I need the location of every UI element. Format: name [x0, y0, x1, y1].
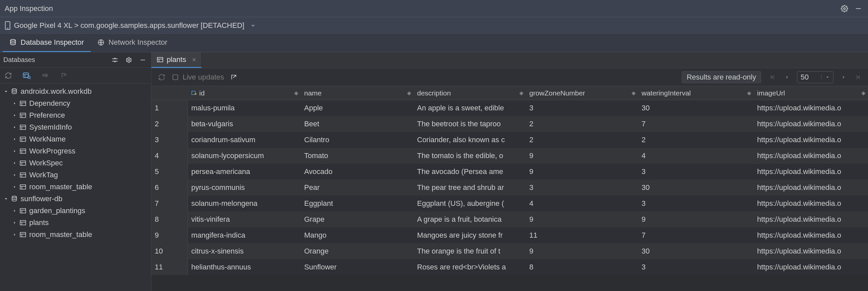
page-size-selector[interactable]: 50	[797, 71, 834, 83]
page-first-icon[interactable]	[768, 72, 778, 82]
table-row[interactable]: 3coriandrum-sativumCilantroCoriander, al…	[151, 132, 868, 148]
col-header-imageurl[interactable]: imageUrl◆	[754, 86, 868, 100]
cell-description[interactable]: Roses are red<br>Violets a	[414, 259, 526, 275]
cell-imageurl[interactable]: https://upload.wikimedia.o	[754, 148, 868, 164]
databases-tree[interactable]: androidx.work.workdb Dependency Preferen…	[0, 83, 151, 291]
cell-name[interactable]: Cilantro	[301, 132, 414, 148]
table-row[interactable]: 2beta-vulgarisBeetThe beetroot is the ta…	[151, 116, 868, 132]
cell-wateringinterval[interactable]: 30	[638, 100, 754, 116]
cell-id[interactable]: malus-pumila	[188, 100, 301, 116]
cell-description[interactable]: The tomato is the edible, o	[414, 148, 526, 164]
cell-id[interactable]: vitis-vinifera	[188, 212, 301, 227]
cell-growzonenumber[interactable]: 8	[526, 259, 638, 275]
cell-imageurl[interactable]: https://upload.wikimedia.o	[754, 100, 868, 116]
cell-growzonenumber[interactable]: 2	[526, 132, 638, 148]
cell-growzonenumber[interactable]: 3	[526, 180, 638, 195]
cell-growzonenumber[interactable]: 11	[526, 227, 638, 243]
page-next-icon[interactable]	[839, 72, 849, 82]
cell-wateringinterval[interactable]: 30	[638, 243, 754, 259]
cell-id[interactable]: persea-americana	[188, 164, 301, 180]
cell-description[interactable]: The avocado (Persea ame	[414, 164, 526, 180]
cell-imageurl[interactable]: https://upload.wikimedia.o	[754, 243, 868, 259]
export-icon[interactable]	[59, 71, 69, 80]
cell-wateringinterval[interactable]: 30	[638, 180, 754, 195]
refresh-icon[interactable]	[157, 72, 167, 82]
minimize-icon[interactable]	[854, 4, 863, 13]
table-node[interactable]: WorkSpec	[2, 157, 149, 169]
cell-description[interactable]: An apple is a sweet, edible	[414, 100, 526, 116]
col-header-id[interactable]: id ◆	[188, 86, 301, 100]
cell-description[interactable]: The orange is the fruit of t	[414, 243, 526, 259]
table-row[interactable]: 10citrus-x-sinensisOrangeThe orange is t…	[151, 243, 868, 259]
cell-description[interactable]: Eggplant (US), aubergine (	[414, 195, 526, 212]
cell-id[interactable]: pyrus-communis	[188, 180, 301, 195]
gear-icon[interactable]	[124, 55, 134, 65]
data-grid[interactable]: id ◆ name◆ description◆ growZoneNumber◆ …	[151, 86, 868, 291]
table-row[interactable]: 4solanum-lycopersicumTomatoThe tomato is…	[151, 148, 868, 164]
col-header-wateringinterval[interactable]: wateringInterval◆	[638, 86, 754, 100]
col-header-description[interactable]: description◆	[414, 86, 526, 100]
cell-growzonenumber[interactable]: 9	[526, 212, 638, 227]
cell-description[interactable]: The pear tree and shrub ar	[414, 180, 526, 195]
cell-name[interactable]: Grape	[301, 212, 414, 227]
cell-wateringinterval[interactable]: 3	[638, 164, 754, 180]
popout-icon[interactable]	[229, 72, 239, 82]
close-icon[interactable]: ×	[192, 56, 196, 64]
db-node[interactable]: androidx.work.workdb	[2, 85, 149, 98]
table-row[interactable]: 7solanum-melongenaEggplantEggplant (US),…	[151, 195, 868, 212]
cell-imageurl[interactable]: https://upload.wikimedia.o	[754, 212, 868, 227]
cell-name[interactable]: Avocado	[301, 164, 414, 180]
col-header-growzonenumber[interactable]: growZoneNumber◆	[526, 86, 638, 100]
cell-id[interactable]: beta-vulgaris	[188, 116, 301, 132]
cell-growzonenumber[interactable]: 9	[526, 148, 638, 164]
table-node[interactable]: room_master_table	[2, 229, 149, 241]
cell-description[interactable]: A grape is a fruit, botanica	[414, 212, 526, 227]
editor-tab-plants[interactable]: plants ×	[151, 52, 202, 68]
page-last-icon[interactable]	[853, 72, 863, 82]
cell-wateringinterval[interactable]: 7	[638, 116, 754, 132]
refresh-icon[interactable]	[3, 71, 13, 80]
open-query-icon[interactable]	[22, 71, 32, 80]
table-node[interactable]: WorkTag	[2, 169, 149, 181]
page-prev-icon[interactable]	[782, 72, 792, 82]
cell-growzonenumber[interactable]: 3	[526, 100, 638, 116]
cell-imageurl[interactable]: https://upload.wikimedia.o	[754, 227, 868, 243]
live-updates-checkbox[interactable]: Live updates	[172, 73, 224, 81]
cell-name[interactable]: Orange	[301, 243, 414, 259]
table-node[interactable]: WorkProgress	[2, 145, 149, 157]
cell-growzonenumber[interactable]: 9	[526, 164, 638, 180]
cell-id[interactable]: helianthus-annuus	[188, 259, 301, 275]
table-row[interactable]: 9mangifera-indicaMangoMangoes are juicy …	[151, 227, 868, 243]
table-node[interactable]: SystemIdInfo	[2, 121, 149, 133]
cell-growzonenumber[interactable]: 4	[526, 195, 638, 212]
cell-name[interactable]: Tomato	[301, 148, 414, 164]
cell-id[interactable]: citrus-x-sinensis	[188, 243, 301, 259]
cell-name[interactable]: Eggplant	[301, 195, 414, 212]
tab-database-inspector[interactable]: Database Inspector	[3, 34, 91, 52]
cell-name[interactable]: Beet	[301, 116, 414, 132]
cell-description[interactable]: The beetroot is the taproo	[414, 116, 526, 132]
table-row[interactable]: 1malus-pumilaAppleAn apple is a sweet, e…	[151, 100, 868, 116]
table-row[interactable]: 8vitis-viniferaGrapeA grape is a fruit, …	[151, 212, 868, 227]
gear-icon[interactable]	[839, 4, 849, 13]
cell-wateringinterval[interactable]: 3	[638, 259, 754, 275]
cell-growzonenumber[interactable]: 2	[526, 116, 638, 132]
table-node[interactable]: Preference	[2, 109, 149, 121]
filter-icon[interactable]	[110, 55, 120, 65]
table-row[interactable]: 6pyrus-communisPearThe pear tree and shr…	[151, 180, 868, 195]
cell-name[interactable]: Sunflower	[301, 259, 414, 275]
cell-imageurl[interactable]: https://upload.wikimedia.o	[754, 132, 868, 148]
cell-description[interactable]: Mangoes are juicy stone fr	[414, 227, 526, 243]
table-row[interactable]: 5persea-americanaAvocadoThe avocado (Per…	[151, 164, 868, 180]
cell-description[interactable]: Coriander, also known as c	[414, 132, 526, 148]
stop-icon[interactable]	[40, 71, 51, 80]
db-node[interactable]: sunflower-db	[2, 193, 149, 205]
cell-id[interactable]: solanum-lycopersicum	[188, 148, 301, 164]
cell-name[interactable]: Pear	[301, 180, 414, 195]
cell-wateringinterval[interactable]: 7	[638, 227, 754, 243]
cell-imageurl[interactable]: https://upload.wikimedia.o	[754, 195, 868, 212]
cell-wateringinterval[interactable]: 2	[638, 132, 754, 148]
cell-id[interactable]: solanum-melongena	[188, 195, 301, 212]
cell-imageurl[interactable]: https://upload.wikimedia.o	[754, 180, 868, 195]
table-node[interactable]: room_master_table	[2, 181, 149, 193]
